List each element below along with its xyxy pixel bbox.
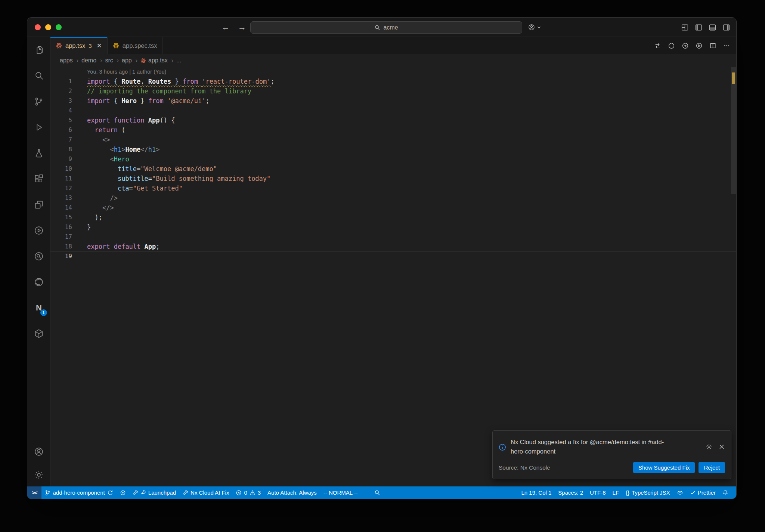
problems-indicator[interactable]: 0 3 (232, 486, 264, 499)
code-inspect-icon[interactable] (27, 243, 50, 269)
code-line[interactable]: 5export function App() { (50, 115, 736, 125)
testing-icon[interactable] (27, 140, 50, 166)
toggle-primary-sidebar-icon[interactable] (695, 24, 703, 31)
code-line[interactable]: 11 subtitle="Build something amazing tod… (50, 174, 736, 183)
code-line[interactable]: 4 (50, 106, 736, 115)
notification-close-icon[interactable] (718, 437, 725, 456)
close-window-button[interactable] (35, 24, 41, 30)
launchpad-button[interactable]: Launchpad (129, 486, 179, 499)
language-mode-indicator[interactable]: {} TypeScript JSX (622, 486, 673, 499)
line-number[interactable]: 5 (50, 115, 72, 125)
code-line[interactable]: 13 /> (50, 193, 736, 203)
line-number[interactable]: 1 (50, 77, 72, 86)
code-line[interactable]: 18export default App; (50, 242, 736, 251)
vim-mode-indicator[interactable]: -- NORMAL -- (320, 486, 361, 499)
notifications-bell-icon[interactable] (719, 486, 732, 499)
line-number[interactable]: 18 (50, 242, 72, 251)
line-number[interactable]: 14 (50, 203, 72, 213)
settings-gear-icon[interactable] (27, 463, 50, 486)
gitlens-codelens[interactable]: You, 3 hours ago | 1 author (You) (87, 67, 736, 77)
tab-app-tsx[interactable]: app.tsx 3 ✕ (50, 37, 108, 54)
breadcrumb-item-apps[interactable]: apps (60, 57, 80, 64)
line-number[interactable]: 7 (50, 135, 72, 145)
code-line[interactable]: 9 <Hero (50, 154, 736, 164)
toggle-panel-icon[interactable] (709, 24, 716, 31)
line-number[interactable]: 6 (50, 125, 72, 135)
navigate-forward-button[interactable]: → (238, 22, 246, 32)
remote-indicator[interactable]: >< (27, 486, 41, 499)
code-line[interactable]: 7 <> (50, 135, 736, 145)
edge-devtools-icon[interactable] (27, 269, 50, 295)
previous-change-icon[interactable] (668, 42, 675, 49)
formatter-indicator[interactable]: Prettier (687, 486, 719, 499)
explorer-icon[interactable] (27, 37, 50, 63)
code-line[interactable]: 8 <h1>Home</h1> (50, 145, 736, 154)
run-debug-icon[interactable] (27, 114, 50, 140)
code-line[interactable]: 17 (50, 232, 736, 242)
line-number[interactable]: 19 (50, 251, 72, 261)
code-line[interactable]: 6 return ( (50, 125, 736, 135)
gitlens-target-icon[interactable] (117, 486, 129, 499)
open-changes-icon[interactable] (654, 42, 661, 49)
customize-layout-icon[interactable] (681, 24, 689, 31)
line-number[interactable]: 11 (50, 174, 72, 183)
line-number[interactable]: 13 (50, 193, 72, 203)
nx-console-icon[interactable]: N 1 (27, 295, 50, 321)
eol-indicator[interactable]: LF (609, 486, 623, 499)
search-sidebar-icon[interactable] (27, 63, 50, 89)
indentation-indicator[interactable]: Spaces: 2 (555, 486, 586, 499)
code-line[interactable]: 1import { Route, Routes } from 'react-ro… (50, 77, 736, 86)
vertical-scrollbar[interactable] (731, 67, 736, 194)
auto-attach-indicator[interactable]: Auto Attach: Always (264, 486, 320, 499)
source-control-icon[interactable] (27, 89, 50, 114)
tab-app-spec-tsx[interactable]: app.spec.tsx (108, 37, 163, 54)
line-number[interactable]: 15 (50, 213, 72, 222)
notification-settings-icon[interactable] (706, 437, 712, 456)
nx-cloud-fix-button[interactable]: Nx Cloud AI Fix (179, 486, 232, 499)
line-number[interactable]: 2 (50, 86, 72, 96)
package-explorer-icon[interactable] (27, 321, 50, 346)
reject-button[interactable]: Reject (699, 462, 725, 473)
breadcrumb-item-demo[interactable]: demo (81, 57, 103, 64)
run-target-icon[interactable] (27, 217, 50, 243)
navigate-back-button[interactable]: ← (222, 22, 230, 32)
code-line[interactable]: 2// importing the component from the lib… (50, 86, 736, 96)
breadcrumb-item-app[interactable]: app (122, 57, 139, 64)
show-suggested-fix-button[interactable]: Show Suggested Fix (633, 462, 695, 473)
accounts-icon[interactable] (27, 440, 50, 463)
command-center-search[interactable]: acme (250, 21, 522, 34)
breadcrumb-item-file[interactable]: app.tsx (140, 57, 175, 64)
run-file-icon[interactable] (696, 42, 703, 49)
line-number[interactable]: 16 (50, 222, 72, 232)
screencast-magnifier-icon[interactable] (371, 486, 384, 499)
account-menu[interactable] (528, 18, 541, 37)
zoom-window-button[interactable] (56, 24, 62, 30)
breadcrumb-item-src[interactable]: src (105, 57, 120, 64)
line-number[interactable]: 17 (50, 232, 72, 242)
breadcrumb-item-symbol[interactable]: ... (176, 57, 181, 64)
code-line[interactable]: 15 ); (50, 213, 736, 222)
code-line[interactable]: 19 (50, 251, 736, 261)
encoding-indicator[interactable]: UTF-8 (586, 486, 609, 499)
line-number[interactable]: 3 (50, 96, 72, 106)
line-number[interactable]: 12 (50, 183, 72, 193)
branch-indicator[interactable]: add-hero-component (41, 486, 117, 499)
remote-explorer-icon[interactable] (27, 192, 50, 217)
copilot-icon[interactable] (673, 486, 687, 499)
split-editor-icon[interactable] (709, 42, 716, 49)
next-change-icon[interactable] (682, 42, 689, 49)
code-line[interactable]: 14 </> (50, 203, 736, 213)
line-number[interactable]: 9 (50, 154, 72, 164)
minimize-window-button[interactable] (45, 24, 51, 30)
tab-close-icon[interactable]: ✕ (97, 42, 102, 50)
code-line[interactable]: 16} (50, 222, 736, 232)
line-number[interactable]: 10 (50, 164, 72, 174)
code-line[interactable]: 3import { Hero } from '@acme/ui'; (50, 96, 736, 106)
line-col-indicator[interactable]: Ln 19, Col 1 (518, 486, 555, 499)
extensions-icon[interactable] (27, 166, 50, 192)
code-line[interactable]: 12 cta="Get Started" (50, 183, 736, 193)
code-line[interactable]: 10 title="Welcmoe @acme/demo" (50, 164, 736, 174)
more-actions-icon[interactable] (723, 42, 730, 49)
toggle-secondary-sidebar-icon[interactable] (722, 24, 730, 31)
code-editor[interactable]: You, 3 hours ago | 1 author (You) 1impor… (50, 67, 736, 486)
